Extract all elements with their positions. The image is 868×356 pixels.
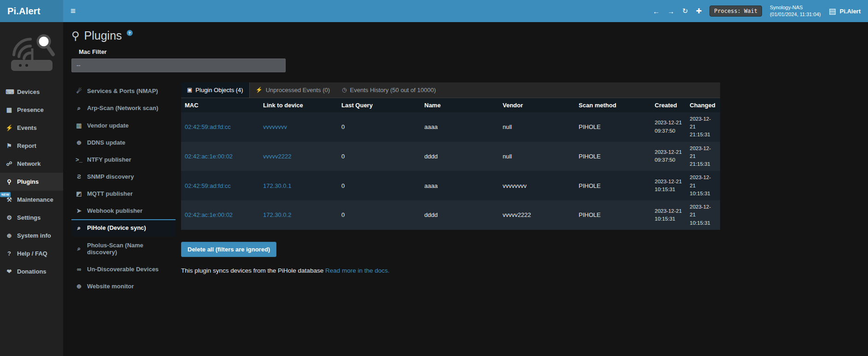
app-logo[interactable]: Pi.Alert — [0, 0, 63, 22]
column-header-link-to-device: Link to device — [259, 98, 338, 112]
cell-created: 2023-12-21 10:15:31 — [651, 171, 686, 200]
plugin-objects-table: MACLink to deviceLast QueryNameVendorSca… — [181, 98, 720, 230]
cell-scan_method: PIHOLE — [575, 142, 651, 171]
cell-link: 172.30.0.1 — [259, 171, 338, 200]
process-status-badge: Process: Wait — [710, 6, 762, 17]
cell-created: 2023-12-21 09:37:50 — [651, 142, 686, 171]
tab-bar: ▣Plugin Objects (4)⚡Unprocessed Events (… — [181, 82, 720, 98]
plugin-nav-item-un-discoverable-devices[interactable]: ∞Un-Discoverable Devices — [71, 261, 176, 278]
move-icon[interactable]: ✚ — [696, 7, 702, 15]
host-name: Synology-NAS — [770, 4, 821, 11]
cell-name: aaaa — [421, 112, 499, 142]
user-block[interactable]: ▤ Pi.Alert — [828, 6, 861, 16]
sidebar-item-settings[interactable]: ⚙Settings — [0, 209, 63, 227]
host-time: (01/01/2024, 11:31:04) — [770, 11, 821, 18]
plugin-nav-item-website-monitor[interactable]: ⊕Website monitor — [71, 278, 176, 295]
back-icon[interactable]: ← — [653, 7, 660, 15]
tab-events-history-50-out-of-10000[interactable]: ◷Events History (50 out of 10000) — [336, 82, 442, 98]
mac-link[interactable]: 02:42:ac:1e:00:02 — [185, 211, 233, 218]
sidebar-item-label: Presence — [17, 106, 44, 113]
topbar-rest: ≡ ← → ↻ ✚ Process: Wait Synology-NAS (01… — [63, 0, 868, 22]
plug-icon: ⚲ — [71, 29, 80, 43]
sidebar-item-presence[interactable]: ▦Presence — [0, 101, 63, 119]
flag-icon: ⚑ — [6, 142, 13, 149]
plugin-nav-item-vendor-update[interactable]: ▥Vendor update — [71, 117, 176, 134]
tab-plugin-objects-4[interactable]: ▣Plugin Objects (4) — [181, 82, 250, 98]
link-link[interactable]: 172.30.0.1 — [263, 182, 291, 189]
plugin-nav-item-ddns-update[interactable]: ⊕DDNS update — [71, 134, 176, 151]
docs-link[interactable]: Read more in the docs. — [325, 267, 390, 274]
plugin-nav-label: Vendor update — [87, 122, 129, 129]
search-icon: ⌕ — [75, 245, 83, 252]
link-link[interactable]: vvvvvvvv — [263, 123, 287, 130]
question-icon: ? — [6, 250, 13, 257]
heart-icon: ❤ — [6, 268, 13, 275]
cell-changed: 2023-12-21 10:15:31 — [686, 200, 720, 230]
globe-icon: ⊕ — [75, 139, 83, 146]
calendar-icon: ▦ — [6, 106, 13, 113]
sidebar-item-network[interactable]: ☍Network — [0, 155, 63, 173]
plugin-nav-item-arp-scan-network-scan[interactable]: ⌕Arp-Scan (Network scan) — [71, 99, 176, 117]
table-body: 02:42:59:ad:fd:ccvvvvvvvv0aaaanullPIHOLE… — [181, 112, 720, 230]
mac-link[interactable]: 02:42:59:ad:fd:cc — [185, 182, 231, 189]
terminal-icon: >_ — [75, 156, 83, 163]
sidebar-item-donations[interactable]: ❤Donations — [0, 263, 63, 280]
sidebar-item-events[interactable]: ⚡Events — [0, 119, 63, 137]
table-header-row: MACLink to deviceLast QueryNameVendorSca… — [181, 98, 720, 112]
cell-changed: 2023-12-21 10:15:31 — [686, 171, 720, 200]
plugin-nav-item-mqtt-publisher[interactable]: ◩MQTT publisher — [71, 185, 176, 202]
sidebar-item-system-info[interactable]: ⊕System info — [0, 227, 63, 245]
cell-vendor: null — [499, 142, 575, 171]
tab-unprocessed-events-0[interactable]: ⚡Unprocessed Events (0) — [250, 82, 336, 98]
plugin-nav-item-webhook-publisher[interactable]: ➤Webhook publisher — [71, 202, 176, 219]
snmp-icon: Ƨ — [75, 173, 83, 180]
sidebar-logo-area — [0, 22, 63, 83]
sidebar-item-label: Events — [17, 124, 37, 131]
column-header-vendor: Vendor — [499, 98, 575, 112]
plugin-nav-item-pihole-device-sync[interactable]: ⌕PiHole (Device sync) — [71, 219, 176, 237]
sidebar-item-label: Plugins — [17, 178, 39, 185]
tab-label: Unprocessed Events (0) — [266, 87, 330, 93]
plugin-description-text: This plugin syncs devices from the PiHol… — [181, 267, 323, 274]
mac-filter-input[interactable] — [71, 58, 286, 72]
sidebar-item-devices[interactable]: ⌨Devices — [0, 83, 63, 101]
mac-link[interactable]: 02:42:ac:1e:00:02 — [185, 153, 233, 160]
plugin-nav-item-ntfy-publisher[interactable]: >_NTFY publisher — [71, 151, 176, 168]
bolt-icon: ⚡ — [256, 87, 263, 93]
radar-icon: ☄ — [75, 88, 83, 94]
cell-last_query: 0 — [338, 112, 421, 142]
search-icon: ⌕ — [75, 105, 83, 112]
cell-mac: 02:42:59:ad:fd:cc — [181, 171, 259, 200]
gear-icon: ⚙ — [6, 214, 13, 221]
plugin-nav-item-snmp-discovery[interactable]: ƧSNMP discovery — [71, 168, 176, 185]
cell-scan_method: PIHOLE — [575, 171, 651, 200]
sidebar-item-report[interactable]: ⚑Report — [0, 137, 63, 155]
cell-mac: 02:42:ac:1e:00:02 — [181, 142, 259, 171]
mac-link[interactable]: 02:42:59:ad:fd:cc — [185, 123, 231, 130]
plugin-nav-label: Pholus-Scan (Name discovery) — [87, 242, 172, 256]
cell-changed: 2023-12-21 21:15:31 — [686, 142, 720, 171]
cell-mac: 02:42:59:ad:fd:cc — [181, 112, 259, 142]
forward-icon[interactable]: → — [668, 7, 674, 15]
sidebar-toggle-icon[interactable]: ≡ — [70, 6, 76, 16]
page-title: Plugins — [84, 29, 122, 42]
plugin-nav-item-services-ports-nmap[interactable]: ☄Services & Ports (NMAP) — [71, 82, 176, 99]
column-header-changed: Changed — [686, 98, 720, 112]
sidebar-item-plugins[interactable]: ⚲Plugins — [0, 173, 63, 191]
send-icon: ➤ — [75, 207, 83, 214]
sidebar-item-label: Help / FAQ — [17, 250, 47, 257]
cell-created: 2023-12-21 10:15:31 — [651, 200, 686, 230]
refresh-icon[interactable]: ↻ — [682, 7, 688, 15]
wrench-icon: ⚒ — [6, 196, 13, 203]
sidebar-item-help-faq[interactable]: ?Help / FAQ — [0, 245, 63, 263]
plugin-nav-label: SNMP discovery — [87, 173, 134, 180]
help-badge[interactable]: ? — [127, 30, 133, 36]
link-link[interactable]: vvvvv2222 — [263, 153, 291, 160]
link-link[interactable]: 172.30.0.2 — [263, 211, 291, 218]
plugin-nav-label: Arp-Scan (Network scan) — [87, 105, 158, 111]
sidebar-item-maintenance[interactable]: NEW⚒Maintenance — [0, 191, 63, 209]
cell-last_query: 0 — [338, 142, 421, 171]
plugin-nav-item-pholus-scan-name-discovery[interactable]: ⌕Pholus-Scan (Name discovery) — [71, 237, 176, 261]
delete-all-button[interactable]: Delete all (filters are ignored) — [181, 242, 276, 257]
topbar-right: ← → ↻ ✚ Process: Wait Synology-NAS (01/0… — [653, 4, 861, 18]
